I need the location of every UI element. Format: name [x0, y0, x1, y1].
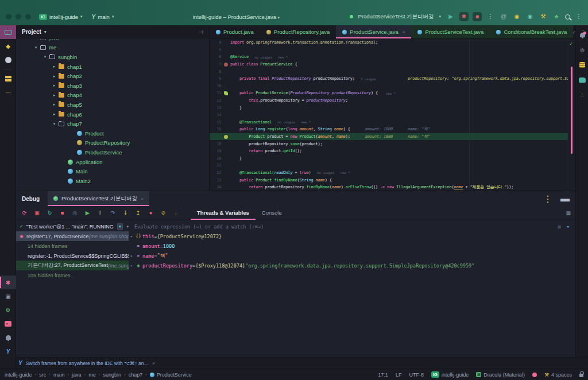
lock-icon[interactable]: [579, 374, 583, 377]
tree-chevron-icon[interactable]: ▸: [52, 83, 57, 88]
tab-ProductService.java[interactable]: ProductService.java×: [336, 25, 411, 38]
code-vision-hint[interactable]: no usages new *: [277, 120, 311, 124]
tree-chevron-icon[interactable]: ▸: [52, 74, 57, 79]
tree-item-chap5[interactable]: ▸chap5: [16, 100, 209, 110]
accent-color-dot[interactable]: [532, 373, 537, 377]
tree-item-java[interactable]: ▾java: [16, 39, 209, 43]
tab-Product.java[interactable]: Product.java: [210, 25, 260, 38]
breadcrumb-ProductService[interactable]: ProductService: [150, 372, 192, 378]
tree-chevron-icon[interactable]: ▸: [52, 93, 57, 98]
tree-item-chap1[interactable]: ▸chap1: [16, 62, 209, 72]
tab-threads-variables[interactable]: Threads & Variables: [191, 206, 256, 220]
close-tab-icon[interactable]: ×: [403, 29, 405, 34]
code-line-9[interactable]: 9 private final ProductRepository produc…: [210, 75, 575, 83]
resume-debug-icon[interactable]: ▶: [446, 12, 455, 21]
build-tool-icon[interactable]: ⚙: [0, 303, 16, 317]
gutter-icon-cell[interactable]: [221, 91, 230, 95]
code-line-18[interactable]: 18 productRepository.save(product);: [210, 140, 575, 148]
tree-item-chap7[interactable]: ▾chap7: [16, 119, 209, 129]
breadcrumb-java[interactable]: java: [72, 372, 82, 378]
tree-item-chap6[interactable]: ▸chap6: [16, 110, 209, 119]
tree-chevron-icon[interactable]: ▸: [52, 64, 57, 69]
variable-row[interactable]: ▸◉productRepository = {$Proxy118@12074} …: [129, 261, 575, 270]
code-vision-hint[interactable]: new *: [386, 91, 396, 95]
expand-chevron-icon[interactable]: ▸: [129, 234, 134, 239]
restore-layout-icon[interactable]: ▦: [566, 210, 571, 216]
stop-session-icon[interactable]: ■: [473, 12, 482, 21]
terminal-tool-icon[interactable]: >_: [0, 317, 16, 331]
frame-row[interactable]: 105 hidden frames: [16, 270, 129, 280]
stop-process-icon[interactable]: ▣: [33, 210, 41, 216]
record-icon[interactable]: ◉: [525, 12, 535, 21]
usages-hint[interactable]: 3 usages: [361, 77, 376, 81]
tree-chevron-icon[interactable]: ▸: [52, 102, 57, 107]
step-out-icon[interactable]: ↥: [134, 210, 142, 216]
stop-icon[interactable]: ■: [59, 210, 66, 216]
inspections-ok-icon[interactable]: ✓: [569, 41, 573, 46]
tree-item-application[interactable]: Application: [16, 157, 209, 167]
minimize-window-icon[interactable]: [16, 14, 21, 20]
code-line-22[interactable]: 22 @Transactional(readOnly = true)no usa…: [210, 169, 575, 177]
project-widget[interactable]: IG intellij-guide ▾: [39, 14, 83, 20]
debug-session-tab[interactable]: ProductServiceTest.기본디버깅 ×: [48, 191, 149, 206]
code-line-7[interactable]: 7public class ProductService {: [210, 61, 575, 68]
variable-row[interactable]: ▸{}this = {ProductService@12072}: [129, 231, 575, 241]
resume-icon[interactable]: ↻: [46, 210, 53, 216]
frame-row[interactable]: ◉register:17, ProductService (me.sungbin…: [16, 231, 129, 241]
close-hint-icon[interactable]: ×: [152, 360, 155, 366]
search-icon[interactable]: [565, 14, 570, 20]
mentions-icon[interactable]: @: [499, 12, 508, 21]
breakpoint-icon[interactable]: [224, 135, 228, 139]
breadcrumb-sungbin[interactable]: sungbin: [103, 372, 121, 378]
tree-item-product[interactable]: Product: [16, 129, 209, 138]
code-line-11[interactable]: 11 public ProductService(ProductReposito…: [210, 90, 575, 97]
code-line-12[interactable]: 12 this.productRepository = productRepos…: [210, 97, 575, 104]
code-line-8[interactable]: 8: [210, 68, 575, 75]
window-controls[interactable]: [6, 14, 31, 20]
tree-chevron-icon[interactable]: ▾: [33, 39, 38, 40]
force-step-over-icon[interactable]: ↷: [109, 210, 117, 216]
more-tools-icon[interactable]: ···: [0, 86, 16, 99]
code-line-19[interactable]: 19 return product.getId();: [210, 148, 575, 155]
caret-position[interactable]: 17:1: [378, 372, 388, 378]
tree-item-productrepository[interactable]: ProductRepository: [16, 138, 209, 148]
gutter-icon-cell[interactable]: [221, 135, 230, 139]
expand-chevron-icon[interactable]: ▸: [129, 263, 134, 268]
close-icon[interactable]: ×: [141, 196, 144, 201]
step-over-icon[interactable]: ▶: [84, 210, 91, 216]
code-with-me-icon[interactable]: ♣: [552, 12, 561, 21]
evaluate-row[interactable]: Evaluate expression (⏎) or add a watch (…: [129, 222, 575, 231]
code-line-21[interactable]: 21: [210, 162, 575, 169]
tree-item-chap3[interactable]: ▸chap3: [16, 81, 209, 91]
editor-options-icon[interactable]: ⋮: [581, 29, 586, 35]
code-line-14[interactable]: 14: [210, 111, 575, 119]
chevron-down-icon[interactable]: ▾: [567, 224, 570, 230]
rerun-debug-icon[interactable]: ⟳: [21, 210, 28, 216]
line-separator[interactable]: LF: [396, 372, 402, 378]
frame-row[interactable]: register:-1, ProductService$$SpringCGLIB…: [16, 251, 129, 261]
tab-console[interactable]: Console: [256, 206, 288, 220]
tree-chevron-icon[interactable]: ▾: [52, 122, 57, 126]
view-breakpoints-icon[interactable]: ●: [147, 210, 154, 216]
breadcrumb-me[interactable]: me: [88, 372, 96, 378]
code-line-24[interactable]: 24 return productRepository.findByName(n…: [210, 184, 575, 191]
debug-options-icon[interactable]: ⋮: [543, 193, 552, 204]
notifications-tool-icon[interactable]: [0, 331, 16, 344]
database-icon[interactable]: [576, 57, 588, 72]
gradle-icon[interactable]: [576, 72, 588, 87]
status-project-name[interactable]: intellij-guide: [442, 372, 469, 378]
users-icon[interactable]: ◉: [512, 12, 521, 21]
code-line-16[interactable]: 16 public Long register(long amount, Str…: [210, 126, 575, 133]
dependencies-icon[interactable]: ∴: [576, 87, 588, 102]
variable-row[interactable]: ▸≡name = "책": [129, 251, 575, 261]
file-encoding[interactable]: UTF-8: [409, 372, 424, 378]
frame-row[interactable]: 14 hidden frames: [16, 241, 129, 251]
code-line-20[interactable]: 20 }: [210, 155, 575, 162]
gutter-icon-cell[interactable]: [221, 63, 230, 67]
zoom-window-icon[interactable]: [25, 14, 31, 20]
tree-chevron-icon[interactable]: ▾: [33, 45, 38, 50]
breadcrumb-main[interactable]: main: [53, 372, 65, 378]
tree-item-chap2[interactable]: ▸chap2: [16, 71, 209, 81]
debug-tool-icon[interactable]: ✱: [0, 276, 16, 289]
more-icon[interactable]: ⋮: [486, 12, 495, 21]
